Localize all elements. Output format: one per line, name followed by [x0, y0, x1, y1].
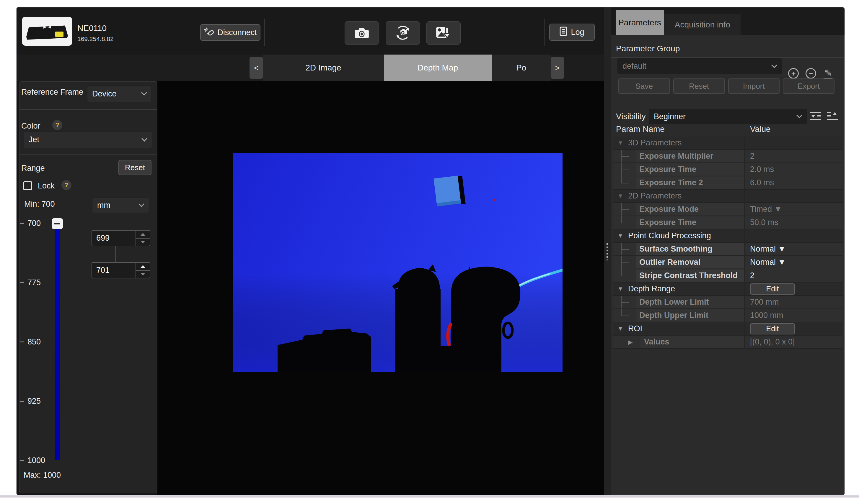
image-download-icon: [435, 26, 452, 41]
spin-up-button[interactable]: [136, 231, 150, 238]
floating-square-object: [434, 175, 465, 207]
log-label: Log: [571, 28, 584, 37]
lock-help-icon[interactable]: ?: [61, 180, 72, 190]
capture-continuous-button[interactable]: [386, 21, 420, 45]
param-row: Exposure Multiplier2: [613, 150, 842, 163]
panel-splitter[interactable]: [604, 7, 611, 495]
param-value-cell: [744, 230, 842, 242]
tab-acquisition-info[interactable]: Acquisition info: [664, 14, 741, 35]
range-upper-value[interactable]: 701: [92, 263, 136, 278]
export-button[interactable]: Export: [783, 78, 834, 94]
spin-down-button[interactable]: [136, 238, 150, 246]
param-label: Outlier Removal: [636, 256, 744, 268]
range-slider-track[interactable]: [55, 228, 60, 460]
visibility-value: Beginner: [654, 112, 685, 121]
param-label: Exposure Multiplier: [636, 150, 744, 162]
visibility-label: Visibility: [616, 112, 646, 121]
chevron-down-icon: [141, 136, 147, 142]
tab-parameters[interactable]: Parameters: [616, 10, 664, 35]
param-name-cell: ▼3D Parameters: [613, 137, 744, 149]
reference-frame-select[interactable]: Device: [87, 85, 152, 102]
tab-depth-map[interactable]: Depth Map: [384, 54, 492, 81]
param-value-cell: 2: [744, 269, 842, 282]
value-text: 6.0 ms: [750, 178, 774, 187]
unit-select[interactable]: mm: [92, 198, 149, 213]
log-button[interactable]: Log: [549, 23, 595, 41]
param-label: Point Cloud Processing: [628, 231, 711, 240]
spin-up-button[interactable]: [136, 263, 150, 270]
section-divider: [19, 154, 157, 155]
param-value-cell: Timed ▼: [744, 203, 842, 216]
save-button[interactable]: Save: [618, 78, 670, 94]
tabs-scroll-left-button[interactable]: <: [250, 57, 263, 79]
capture-once-button[interactable]: [345, 21, 379, 45]
import-button[interactable]: Import: [728, 78, 780, 94]
depth-map-image: [233, 153, 562, 372]
tree-connector: [617, 309, 636, 322]
collapse-triangle-icon[interactable]: ▼: [617, 140, 625, 146]
edit-button[interactable]: Edit: [750, 283, 795, 295]
lock-checkbox[interactable]: [23, 182, 32, 190]
rename-group-icon[interactable]: ✎: [823, 67, 834, 79]
param-name-cell: ▼ROI: [613, 322, 744, 335]
expand-all-icon[interactable]: [827, 111, 838, 121]
collapse-triangle-icon[interactable]: ▼: [617, 193, 625, 199]
collapse-all-icon[interactable]: [810, 111, 821, 121]
parameter-group-select[interactable]: default: [617, 58, 782, 74]
value-dropdown[interactable]: Timed ▼: [750, 205, 782, 214]
param-row: Surface SmoothingNormal ▼: [613, 243, 842, 256]
reset-button[interactable]: Reset: [673, 78, 725, 94]
colormap-select[interactable]: Jet: [24, 131, 152, 148]
tree-connector: [617, 150, 636, 162]
device-name: NE0110: [77, 23, 107, 33]
visibility-select[interactable]: Beginner: [649, 109, 807, 124]
camera-refresh-icon: [394, 25, 411, 41]
range-slider-handle[interactable]: [52, 218, 63, 229]
collapse-triangle-icon[interactable]: ▼: [617, 325, 625, 332]
reference-frame-label: Reference Frame: [21, 88, 83, 97]
value-dropdown[interactable]: Normal ▼: [750, 245, 786, 254]
param-value-cell: [744, 190, 842, 202]
range-max-label: Max: 1000: [24, 471, 61, 480]
param-label: Depth Upper Limit: [636, 309, 744, 321]
remove-group-icon[interactable]: −: [805, 68, 816, 79]
color-help-icon[interactable]: ?: [52, 120, 62, 130]
save-image-button[interactable]: [426, 21, 461, 45]
range-reset-button[interactable]: Reset: [118, 160, 151, 175]
param-row: ▼2D Parameters: [613, 190, 842, 203]
parameters-panel-body: Parameter Group default + − ✎ Save Reset…: [611, 35, 845, 495]
tree-connector: [617, 256, 636, 269]
value-text: 2.0 ms: [750, 165, 774, 174]
param-label: 3D Parameters: [628, 138, 682, 147]
header-divider: [264, 19, 265, 46]
window-bottom-strip: [0, 495, 859, 498]
tabs-scroll-right-button[interactable]: >: [551, 57, 564, 79]
disconnect-button[interactable]: Disconnect: [200, 24, 260, 41]
chevron-down-icon: [771, 62, 777, 68]
param-name-cell: Exposure Multiplier: [613, 150, 744, 162]
collapse-triangle-icon[interactable]: ▼: [617, 285, 625, 292]
lock-label: Lock: [38, 182, 55, 190]
tick-mark: [20, 342, 24, 342]
range-upper-spinbox[interactable]: 701: [92, 262, 150, 279]
range-lower-spinbox[interactable]: 699: [92, 230, 150, 246]
tab-2d-image[interactable]: 2D Image: [263, 54, 384, 81]
param-value-cell: 1000 mm: [744, 309, 842, 322]
add-group-icon[interactable]: +: [788, 68, 799, 79]
value-dropdown[interactable]: Normal ▼: [750, 258, 786, 267]
spin-down-button[interactable]: [136, 270, 150, 278]
expand-triangle-icon[interactable]: ▶: [628, 338, 637, 346]
tab-point-cloud[interactable]: Po: [492, 54, 551, 81]
tree-connector: [617, 269, 636, 282]
edit-button[interactable]: Edit: [750, 323, 795, 334]
section-divider: [611, 57, 844, 58]
param-label: Stripe Contrast Threshold: [636, 270, 744, 282]
range-lower-value[interactable]: 699: [92, 231, 136, 246]
param-value-header: Value: [750, 124, 771, 134]
collapse-triangle-icon[interactable]: ▼: [617, 232, 625, 239]
tick-mark: [20, 460, 24, 461]
document-lines-icon: [560, 27, 567, 38]
param-label: ROI: [628, 324, 642, 333]
param-row: Exposure Time50.0 ms: [613, 216, 842, 230]
param-label: Surface Smoothing: [636, 243, 744, 255]
